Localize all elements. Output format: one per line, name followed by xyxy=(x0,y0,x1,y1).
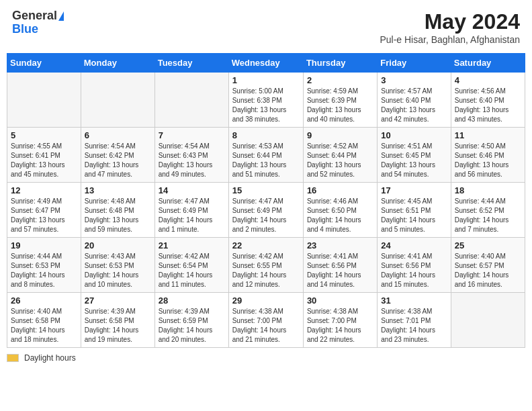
calendar-cell: 29Sunrise: 4:38 AM Sunset: 7:00 PM Dayli… xyxy=(228,293,303,348)
day-number: 12 xyxy=(11,185,77,195)
calendar-cell: 30Sunrise: 4:38 AM Sunset: 7:00 PM Dayli… xyxy=(303,293,377,348)
calendar-cell: 8Sunrise: 4:53 AM Sunset: 6:44 PM Daylig… xyxy=(228,128,303,183)
calendar-cell xyxy=(81,73,154,128)
calendar-cell: 12Sunrise: 4:49 AM Sunset: 6:47 PM Dayli… xyxy=(7,183,81,238)
calendar-cell: 27Sunrise: 4:39 AM Sunset: 6:58 PM Dayli… xyxy=(81,293,154,348)
calendar-cell: 15Sunrise: 4:47 AM Sunset: 6:49 PM Dayli… xyxy=(228,183,303,238)
page-header: General Blue May 2024 Pul-e Hisar, Baghl… xyxy=(7,7,525,48)
logo-triangle-icon xyxy=(58,11,64,21)
header-cell-saturday: Saturday xyxy=(451,54,525,73)
day-info: Sunrise: 4:47 AM Sunset: 6:49 PM Dayligh… xyxy=(232,197,300,234)
day-number: 24 xyxy=(381,240,447,250)
day-number: 27 xyxy=(85,295,151,306)
day-number: 15 xyxy=(232,185,300,195)
week-row-2: 5Sunrise: 4:55 AM Sunset: 6:41 PM Daylig… xyxy=(7,128,525,183)
header-cell-thursday: Thursday xyxy=(303,54,377,73)
day-number: 18 xyxy=(455,185,521,195)
daylight-label: Daylight hours xyxy=(24,353,76,363)
calendar-cell: 22Sunrise: 4:42 AM Sunset: 6:55 PM Dayli… xyxy=(228,238,303,293)
calendar-body: 1Sunrise: 5:00 AM Sunset: 6:38 PM Daylig… xyxy=(7,73,525,348)
day-number: 17 xyxy=(381,185,447,195)
calendar-cell: 10Sunrise: 4:51 AM Sunset: 6:45 PM Dayli… xyxy=(378,128,451,183)
week-row-4: 19Sunrise: 4:44 AM Sunset: 6:53 PM Dayli… xyxy=(7,238,525,293)
day-info: Sunrise: 4:57 AM Sunset: 6:40 PM Dayligh… xyxy=(381,87,447,124)
calendar-cell: 28Sunrise: 4:39 AM Sunset: 6:59 PM Dayli… xyxy=(154,293,228,348)
day-number: 4 xyxy=(455,75,521,85)
day-number: 5 xyxy=(11,130,77,140)
calendar-cell: 1Sunrise: 5:00 AM Sunset: 6:38 PM Daylig… xyxy=(228,73,303,128)
day-number: 29 xyxy=(232,295,300,306)
logo-blue-text: Blue xyxy=(12,23,64,36)
calendar-cell: 11Sunrise: 4:50 AM Sunset: 6:46 PM Dayli… xyxy=(451,128,525,183)
calendar-cell: 9Sunrise: 4:52 AM Sunset: 6:44 PM Daylig… xyxy=(303,128,377,183)
calendar-cell: 24Sunrise: 4:41 AM Sunset: 6:56 PM Dayli… xyxy=(378,238,451,293)
day-number: 11 xyxy=(455,130,521,140)
calendar-cell xyxy=(451,293,525,348)
calendar-cell: 20Sunrise: 4:43 AM Sunset: 6:53 PM Dayli… xyxy=(81,238,154,293)
calendar-cell: 31Sunrise: 4:38 AM Sunset: 7:01 PM Dayli… xyxy=(378,293,451,348)
day-info: Sunrise: 4:44 AM Sunset: 6:53 PM Dayligh… xyxy=(11,252,77,289)
day-number: 2 xyxy=(307,75,373,85)
day-number: 28 xyxy=(159,295,225,306)
day-info: Sunrise: 4:51 AM Sunset: 6:45 PM Dayligh… xyxy=(381,142,447,179)
footer: Daylight hours xyxy=(7,353,525,363)
logo-general-text: General xyxy=(12,9,57,23)
day-number: 3 xyxy=(381,75,447,85)
calendar-cell: 21Sunrise: 4:42 AM Sunset: 6:54 PM Dayli… xyxy=(154,238,228,293)
week-row-3: 12Sunrise: 4:49 AM Sunset: 6:47 PM Dayli… xyxy=(7,183,525,238)
calendar-cell: 13Sunrise: 4:48 AM Sunset: 6:48 PM Dayli… xyxy=(81,183,154,238)
daylight-color-box xyxy=(7,354,19,362)
day-number: 22 xyxy=(232,240,300,250)
day-number: 19 xyxy=(11,240,77,250)
day-info: Sunrise: 4:47 AM Sunset: 6:49 PM Dayligh… xyxy=(159,197,225,234)
day-info: Sunrise: 4:42 AM Sunset: 6:55 PM Dayligh… xyxy=(232,252,300,289)
day-info: Sunrise: 4:38 AM Sunset: 7:00 PM Dayligh… xyxy=(232,307,300,345)
title-area: May 2024 Pul-e Hisar, Baghlan, Afghanist… xyxy=(380,9,520,45)
calendar-table: SundayMondayTuesdayWednesdayThursdayFrid… xyxy=(7,53,525,348)
header-cell-tuesday: Tuesday xyxy=(154,54,228,73)
day-info: Sunrise: 4:40 AM Sunset: 6:58 PM Dayligh… xyxy=(11,307,77,345)
week-row-1: 1Sunrise: 5:00 AM Sunset: 6:38 PM Daylig… xyxy=(7,73,525,128)
calendar-cell: 23Sunrise: 4:41 AM Sunset: 6:56 PM Dayli… xyxy=(303,238,377,293)
calendar-cell: 19Sunrise: 4:44 AM Sunset: 6:53 PM Dayli… xyxy=(7,238,81,293)
day-number: 9 xyxy=(307,130,373,140)
day-info: Sunrise: 4:55 AM Sunset: 6:41 PM Dayligh… xyxy=(11,142,77,179)
day-info: Sunrise: 4:48 AM Sunset: 6:48 PM Dayligh… xyxy=(85,197,151,234)
day-info: Sunrise: 4:39 AM Sunset: 6:59 PM Dayligh… xyxy=(159,307,225,345)
week-row-5: 26Sunrise: 4:40 AM Sunset: 6:58 PM Dayli… xyxy=(7,293,525,348)
day-number: 31 xyxy=(381,295,447,306)
day-number: 1 xyxy=(232,75,300,85)
day-info: Sunrise: 4:38 AM Sunset: 7:00 PM Dayligh… xyxy=(307,307,373,345)
calendar-cell: 14Sunrise: 4:47 AM Sunset: 6:49 PM Dayli… xyxy=(154,183,228,238)
day-info: Sunrise: 4:49 AM Sunset: 6:47 PM Dayligh… xyxy=(11,197,77,234)
day-info: Sunrise: 4:43 AM Sunset: 6:53 PM Dayligh… xyxy=(85,252,151,289)
header-cell-wednesday: Wednesday xyxy=(228,54,303,73)
calendar-cell: 4Sunrise: 4:56 AM Sunset: 6:40 PM Daylig… xyxy=(451,73,525,128)
month-title: May 2024 xyxy=(380,9,520,34)
header-row: SundayMondayTuesdayWednesdayThursdayFrid… xyxy=(7,54,525,73)
calendar-header: SundayMondayTuesdayWednesdayThursdayFrid… xyxy=(7,54,525,73)
calendar-cell: 3Sunrise: 4:57 AM Sunset: 6:40 PM Daylig… xyxy=(378,73,451,128)
day-info: Sunrise: 4:41 AM Sunset: 6:56 PM Dayligh… xyxy=(381,252,447,289)
calendar-cell: 25Sunrise: 4:40 AM Sunset: 6:57 PM Dayli… xyxy=(451,238,525,293)
day-number: 8 xyxy=(232,130,300,140)
calendar-cell: 18Sunrise: 4:44 AM Sunset: 6:52 PM Dayli… xyxy=(451,183,525,238)
day-number: 20 xyxy=(85,240,151,250)
day-info: Sunrise: 4:52 AM Sunset: 6:44 PM Dayligh… xyxy=(307,142,373,179)
calendar-cell: 26Sunrise: 4:40 AM Sunset: 6:58 PM Dayli… xyxy=(7,293,81,348)
day-number: 30 xyxy=(307,295,373,306)
calendar-cell: 17Sunrise: 4:45 AM Sunset: 6:51 PM Dayli… xyxy=(378,183,451,238)
day-info: Sunrise: 4:39 AM Sunset: 6:58 PM Dayligh… xyxy=(85,307,151,345)
header-cell-sunday: Sunday xyxy=(7,54,81,73)
day-number: 7 xyxy=(159,130,225,140)
day-info: Sunrise: 4:56 AM Sunset: 6:40 PM Dayligh… xyxy=(455,87,521,124)
location-text: Pul-e Hisar, Baghlan, Afghanistan xyxy=(380,34,520,45)
day-info: Sunrise: 4:45 AM Sunset: 6:51 PM Dayligh… xyxy=(381,197,447,234)
day-info: Sunrise: 4:50 AM Sunset: 6:46 PM Dayligh… xyxy=(455,142,521,179)
day-number: 25 xyxy=(455,240,521,250)
calendar-cell: 7Sunrise: 4:54 AM Sunset: 6:43 PM Daylig… xyxy=(154,128,228,183)
day-info: Sunrise: 4:54 AM Sunset: 6:43 PM Dayligh… xyxy=(159,142,225,179)
calendar-cell xyxy=(154,73,228,128)
logo: General Blue xyxy=(12,9,64,36)
day-info: Sunrise: 4:53 AM Sunset: 6:44 PM Dayligh… xyxy=(232,142,300,179)
